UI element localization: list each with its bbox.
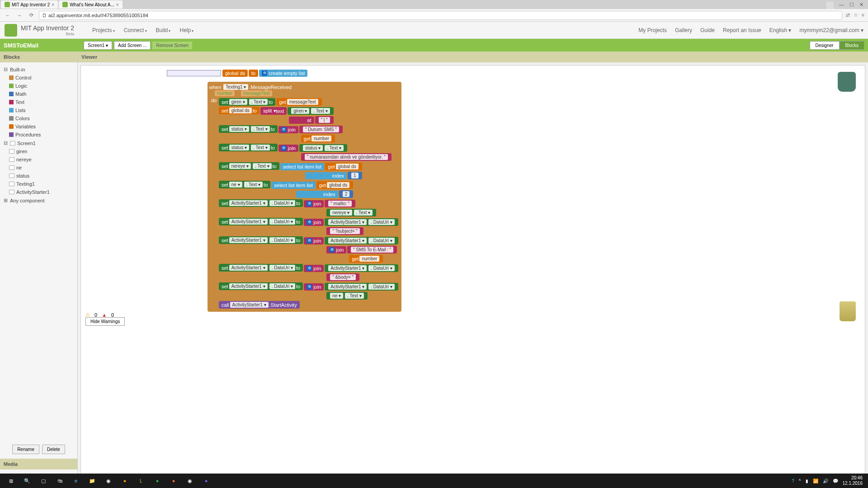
chrome-icon[interactable]: ◉ <box>184 474 196 487</box>
remove-screen-button[interactable]: Remove Screen <box>152 42 192 49</box>
cat-logic[interactable]: Logic <box>3 82 75 90</box>
comp-texting1[interactable]: Texting1 <box>3 180 75 188</box>
tree-builtin[interactable]: ⊟Built-in <box>3 65 75 74</box>
block-set-giren-text[interactable]: set giren ▾. Text ▾ to get messageText <box>218 98 399 106</box>
gear-icon: ⚙ <box>307 284 312 290</box>
minimize-icon[interactable]: — <box>839 2 844 9</box>
backpack-icon[interactable] <box>838 72 856 92</box>
cat-text[interactable]: Text <box>3 98 75 106</box>
back-icon[interactable]: ← <box>4 11 12 19</box>
close-icon[interactable]: ✕ <box>859 2 863 9</box>
hide-warnings-button[interactable]: Hide Warnings <box>85 317 125 326</box>
cat-control[interactable]: Control <box>3 74 75 82</box>
block-set-datauri-3[interactable]: set ActivityStarter1 ▾. DataUri ▾ to ⚙jo… <box>218 236 399 263</box>
comp-giren[interactable]: giren <box>3 147 75 155</box>
trash-icon[interactable] <box>840 301 856 321</box>
block-set-datauri-2[interactable]: set ActivityStarter1 ▾. DataUri ▾ to ⚙jo… <box>218 217 399 236</box>
blocks-panel-header: Blocks <box>0 52 77 62</box>
block-init-global[interactable]: global ds to ⚙create empty list <box>167 69 308 77</box>
wifi-icon[interactable]: 📶 <box>813 479 818 483</box>
beta-label: Beta <box>21 32 74 36</box>
gear-icon: ⚙ <box>281 145 287 151</box>
volume-icon[interactable]: 🔊 <box>823 479 828 483</box>
comp-ne[interactable]: ne <box>3 164 75 172</box>
link-gallery[interactable]: Gallery <box>675 27 692 33</box>
app-icon[interactable]: ● <box>118 474 131 487</box>
tree-any-component[interactable]: ⊞Any component <box>3 196 75 205</box>
help-icon[interactable]: ? <box>792 479 794 483</box>
comp-activitystarter1[interactable]: ActivityStarter1 <box>3 188 75 196</box>
viber-icon[interactable]: ● <box>200 474 212 487</box>
close-icon[interactable]: × <box>116 2 119 7</box>
blocks-workspace[interactable]: global ds to ⚙create empty list when Tex… <box>80 65 865 485</box>
blocks-button[interactable]: Blocks <box>840 41 864 50</box>
delete-button[interactable]: Delete <box>42 445 65 454</box>
user-dropdown[interactable]: mymmym22@gmail.com ▾ <box>799 27 863 33</box>
block-set-ne[interactable]: set ne ▾. Text ▾ to select list item lis… <box>218 180 399 199</box>
cat-procedures[interactable]: Procedures <box>3 131 75 139</box>
block-set-datauri-4[interactable]: set ActivityStarter1 ▾. DataUri ▾ to ⚙jo… <box>218 263 399 282</box>
block-set-status-2[interactable]: set status ▾. Text ▾ to ⚙join status ▾. … <box>218 143 399 162</box>
nav-build[interactable]: Build <box>156 27 171 33</box>
gear-icon: ⚙ <box>329 247 335 253</box>
favicon <box>5 2 10 7</box>
translate-icon[interactable]: ⇄ <box>846 12 850 18</box>
nav-help[interactable]: Help <box>179 27 193 33</box>
block-set-nereye[interactable]: set nereye ▾. Text ▾ to select list item… <box>218 162 399 180</box>
start-icon[interactable]: ⊞ <box>5 474 17 487</box>
block-set-status-1[interactable]: set status ▾. Text ▾ to ⚙join " Durum: S… <box>218 125 399 143</box>
search-icon[interactable]: 🔍 <box>21 474 33 487</box>
nav-projects[interactable]: Projects <box>92 27 115 33</box>
link-report[interactable]: Report an Issue <box>723 27 761 33</box>
add-screen-button[interactable]: Add Screen ... <box>114 41 151 50</box>
comp-nereye[interactable]: nereye <box>3 155 75 164</box>
screen-dropdown[interactable]: Screen1 ▾ <box>84 41 112 50</box>
block-call-startactivity[interactable]: call ActivityStarter1 ▾.StartActivity <box>218 300 399 309</box>
app-title: MIT App Inventor 2 <box>21 24 74 32</box>
cat-math[interactable]: Math <box>3 90 75 98</box>
spotify-icon[interactable]: ● <box>151 474 164 487</box>
rename-button[interactable]: Rename <box>12 445 39 454</box>
gear-icon: ⚙ <box>307 266 312 271</box>
edge-icon[interactable]: e <box>70 474 82 487</box>
link-guide[interactable]: Guide <box>700 27 715 33</box>
block-set-global-ds[interactable]: set global ds to split ▾ text giren ▾. T… <box>218 106 399 125</box>
designer-button[interactable]: Designer <box>810 41 840 50</box>
cat-lists[interactable]: Lists <box>3 106 75 114</box>
comp-status[interactable]: status <box>3 172 75 180</box>
viewer-header: Viewer <box>78 52 868 62</box>
block-event-message-received[interactable]: when Texting1 ▾ .MessageReceived number … <box>208 82 401 312</box>
star-icon[interactable]: ☆ <box>854 12 858 18</box>
reload-icon[interactable]: ⟳ <box>27 11 35 19</box>
tree-screen1[interactable]: ⊟Screen1 <box>3 139 75 147</box>
block-set-datauri-5[interactable]: set ActivityStarter1 ▾. DataUri ▾ to ⚙jo… <box>218 282 399 300</box>
nav-connect[interactable]: Connect <box>124 27 147 33</box>
browser-tab-2[interactable]: What's New About A... × <box>59 0 122 9</box>
window-controls: — ☐ ✕ <box>822 0 868 11</box>
block-set-datauri-1[interactable]: set ActivityStarter1 ▾. DataUri ▾ to ⚙jo… <box>218 199 399 217</box>
close-icon[interactable]: × <box>52 2 54 7</box>
link-my-projects[interactable]: My Projects <box>638 27 667 33</box>
menu-icon[interactable]: ≡ <box>862 12 864 18</box>
clock[interactable]: 20:46 12.1.2016 <box>843 475 866 486</box>
steam-icon[interactable]: ◉ <box>102 474 115 487</box>
browser-tab-1[interactable]: MIT App Inventor 2 × <box>1 0 58 9</box>
taskview-icon[interactable]: ▢ <box>37 474 50 487</box>
notifications-icon[interactable]: 💬 <box>833 479 838 483</box>
cat-variables[interactable]: Variables <box>3 122 75 131</box>
forward-icon[interactable]: → <box>15 11 24 19</box>
gear-icon: ⚙ <box>262 70 267 76</box>
windows-taskbar: ⊞ 🔍 ▢ 🛍 e 📁 ◉ ● L ● ● ◉ ● ? ^ ▮ 📶 🔊 💬 20… <box>0 474 868 488</box>
cat-colors[interactable]: Colors <box>3 114 75 122</box>
maximize-icon[interactable]: ☐ <box>849 2 854 9</box>
lol-icon[interactable]: L <box>135 474 147 487</box>
lang-dropdown[interactable]: English ▾ <box>769 27 792 33</box>
tray-chevron-icon[interactable]: ^ <box>799 479 801 483</box>
store-icon[interactable]: 🛍 <box>53 474 66 487</box>
battery-icon[interactable]: ▮ <box>806 479 808 483</box>
user-icon[interactable] <box>826 2 834 9</box>
firefox-icon[interactable]: ● <box>167 474 180 487</box>
gear-icon: ⚙ <box>307 238 312 244</box>
explorer-icon[interactable]: 📁 <box>86 474 99 487</box>
url-input[interactable]: 🗋 ai2.appinventor.mit.edu/#4753890551005… <box>39 11 842 20</box>
